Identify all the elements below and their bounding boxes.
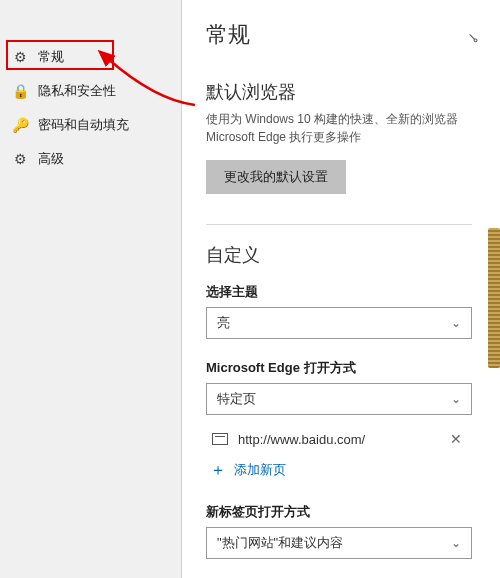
lock-icon: 🔒 <box>12 83 28 99</box>
newtab-label: 新标签页打开方式 <box>206 503 472 521</box>
add-new-page-label: 添加新页 <box>234 461 286 479</box>
add-new-page-button[interactable]: ＋ 添加新页 <box>210 461 472 479</box>
chevron-down-icon: ⌄ <box>451 536 461 550</box>
sidebar-item-privacy[interactable]: 🔒 隐私和安全性 <box>0 74 181 108</box>
theme-select[interactable]: 亮 ⌄ <box>206 307 472 339</box>
sidebar: ⚙ 常规 🔒 隐私和安全性 🔑 密码和自动填充 ⚙ 高级 <box>0 0 182 578</box>
sidebar-item-general[interactable]: ⚙ 常规 <box>0 40 181 74</box>
remove-page-button[interactable]: ✕ <box>446 431 466 447</box>
sliders-icon: ⚙ <box>12 151 28 167</box>
key-icon: 🔑 <box>12 117 28 133</box>
sidebar-item-advanced[interactable]: ⚙ 高级 <box>0 142 181 176</box>
plus-icon: ＋ <box>210 462 226 478</box>
startup-page-row: http://www.baidu.com/ ✕ <box>206 427 472 451</box>
newtab-select[interactable]: "热门网站"和建议内容 ⌄ <box>206 527 472 559</box>
theme-value: 亮 <box>217 314 230 332</box>
page-icon <box>212 433 228 445</box>
page-title: 常规 <box>206 20 472 50</box>
divider <box>206 224 472 225</box>
sidebar-item-label: 常规 <box>38 48 64 66</box>
open-with-label: Microsoft Edge 打开方式 <box>206 359 472 377</box>
open-with-select[interactable]: 特定页 ⌄ <box>206 383 472 415</box>
theme-label: 选择主题 <box>206 283 472 301</box>
scrollbar[interactable] <box>488 228 500 368</box>
change-default-button[interactable]: 更改我的默认设置 <box>206 160 346 194</box>
newtab-value: "热门网站"和建议内容 <box>217 534 343 552</box>
customize-heading: 自定义 <box>206 243 472 267</box>
open-with-value: 特定页 <box>217 390 256 408</box>
default-browser-desc: 使用为 Windows 10 构建的快速、全新的浏览器 Microsoft Ed… <box>206 110 472 146</box>
default-browser-heading: 默认浏览器 <box>206 80 472 104</box>
sidebar-item-label: 密码和自动填充 <box>38 116 129 134</box>
sidebar-item-passwords[interactable]: 🔑 密码和自动填充 <box>0 108 181 142</box>
sidebar-item-label: 隐私和安全性 <box>38 82 116 100</box>
sidebar-item-label: 高级 <box>38 150 64 168</box>
chevron-down-icon: ⌄ <box>451 316 461 330</box>
gear-icon: ⚙ <box>12 49 28 65</box>
chevron-down-icon: ⌄ <box>451 392 461 406</box>
startup-page-url: http://www.baidu.com/ <box>238 432 436 447</box>
main-panel: ⊸ 常规 默认浏览器 使用为 Windows 10 构建的快速、全新的浏览器 M… <box>182 0 500 578</box>
